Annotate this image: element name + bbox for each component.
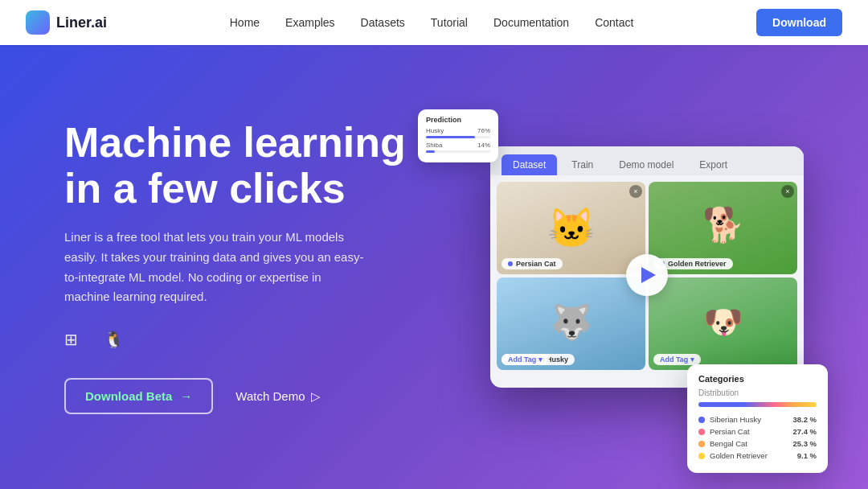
nav-examples[interactable]: Examples: [285, 16, 334, 29]
hero-right: Prediction Husky 76% Shiba 14% Dataset T…: [434, 45, 804, 489]
os-icons: ⊞ 🐧: [64, 330, 434, 349]
pred-bar-0: [426, 136, 475, 138]
linux-icon: 🐧: [104, 330, 124, 349]
download-beta-button[interactable]: Download Beta →: [64, 378, 213, 414]
hero-actions: Download Beta → Watch Demo ▷: [64, 378, 434, 414]
download-beta-label: Download Beta: [85, 389, 172, 403]
cell-dog2[interactable]: Add Tag ▾: [649, 277, 797, 370]
nav-download-button[interactable]: Download: [756, 9, 842, 36]
cat-name-2: Bengal Cat: [710, 439, 788, 448]
cat-name-0: Siberian Husky: [710, 415, 788, 424]
cell-husky[interactable]: Siberian Husky Add Tag ▾: [497, 277, 645, 370]
watch-demo-button[interactable]: Watch Demo ▷: [235, 389, 321, 404]
categories-title: Categories: [698, 374, 817, 384]
cat-dot-3: [698, 453, 705, 459]
logo-text: Liner.ai: [56, 14, 107, 31]
tab-dataset[interactable]: Dataset: [502, 154, 557, 175]
cell-golden-retriever[interactable]: × Golden Retriever: [649, 182, 797, 274]
hero-description: Liner is a free tool that lets you train…: [64, 228, 370, 307]
nav-tutorial[interactable]: Tutorial: [431, 16, 468, 29]
nav-contact[interactable]: Contact: [595, 16, 633, 29]
cat-row-2: Bengal Cat 25.3 %: [698, 439, 817, 448]
tab-train[interactable]: Train: [560, 154, 604, 175]
nav-datasets[interactable]: Datasets: [361, 16, 405, 29]
mockup-window: Dataset Train Demo model Export × Persia…: [490, 146, 804, 388]
cell-close-cat[interactable]: ×: [629, 185, 642, 198]
cell-close-dog1[interactable]: ×: [781, 185, 794, 198]
nav-home[interactable]: Home: [230, 16, 260, 29]
pred-bar-1: [426, 150, 435, 153]
categories-card: Categories Distribution Siberian Husky 3…: [687, 364, 828, 473]
cat-row-3: Golden Retriever 9.1 %: [698, 451, 817, 460]
cell-persian-cat[interactable]: × Persian Cat: [497, 182, 645, 274]
cat-row-0: Siberian Husky 38.2 %: [698, 415, 817, 424]
cat-pct-2: 25.3 %: [792, 439, 817, 448]
hero-section: Machine learning in a few clicks Liner i…: [0, 45, 868, 489]
pred-row-1: Shiba 14%: [426, 142, 490, 149]
cat-row-1: Persian Cat 27.4 %: [698, 427, 817, 436]
watch-demo-label: Watch Demo: [235, 389, 305, 403]
nav-links: Home Examples Datasets Tutorial Document…: [230, 16, 634, 29]
cell-label-cat: Persian Cat: [502, 258, 563, 269]
add-tag-husky[interactable]: Add Tag ▾: [502, 354, 549, 365]
cat-pct-3: 9.1 %: [797, 451, 817, 460]
navbar: Liner.ai Home Examples Datasets Tutorial…: [0, 0, 868, 45]
arrow-right-icon: →: [180, 389, 192, 403]
prediction-title: Prediction: [426, 116, 490, 124]
logo[interactable]: Liner.ai: [26, 10, 107, 35]
label-dot: [508, 261, 513, 266]
cat-pct-0: 38.2 %: [792, 415, 817, 424]
pred-label-0: Husky: [426, 127, 444, 134]
hero-title: Machine learning in a few clicks: [64, 120, 434, 212]
pred-bar-wrap-0: [426, 136, 490, 138]
pred-value-0: 76%: [477, 127, 490, 134]
nav-documentation[interactable]: Documentation: [493, 16, 569, 29]
cat-name-1: Persian Cat: [710, 427, 788, 436]
mockup-tabs: Dataset Train Demo model Export: [490, 146, 804, 175]
add-tag-dog2[interactable]: Add Tag ▾: [653, 354, 701, 365]
prediction-card: Prediction Husky 76% Shiba 14%: [418, 109, 498, 162]
cat-dot-1: [698, 429, 705, 435]
distribution-bar: [698, 402, 817, 407]
cat-pct-1: 27.4 %: [792, 427, 817, 436]
cat-dot-2: [698, 441, 705, 447]
cat-dot-0: [698, 417, 705, 423]
play-button[interactable]: [626, 254, 668, 296]
logo-icon: [26, 10, 50, 35]
pred-row-0: Husky 76%: [426, 127, 490, 134]
distribution-subtitle: Distribution: [698, 388, 817, 397]
cat-name-3: Golden Retriever: [710, 451, 792, 460]
pred-bar-wrap-1: [426, 150, 490, 153]
play-triangle-icon: [641, 267, 656, 283]
play-icon: ▷: [311, 389, 321, 404]
hero-left: Machine learning in a few clicks Liner i…: [64, 120, 434, 414]
tab-export[interactable]: Export: [688, 154, 739, 175]
tab-demo-model[interactable]: Demo model: [608, 154, 685, 175]
pred-label-1: Shiba: [426, 142, 442, 149]
pred-value-1: 14%: [477, 142, 490, 149]
windows-icon: ⊞: [64, 330, 78, 349]
